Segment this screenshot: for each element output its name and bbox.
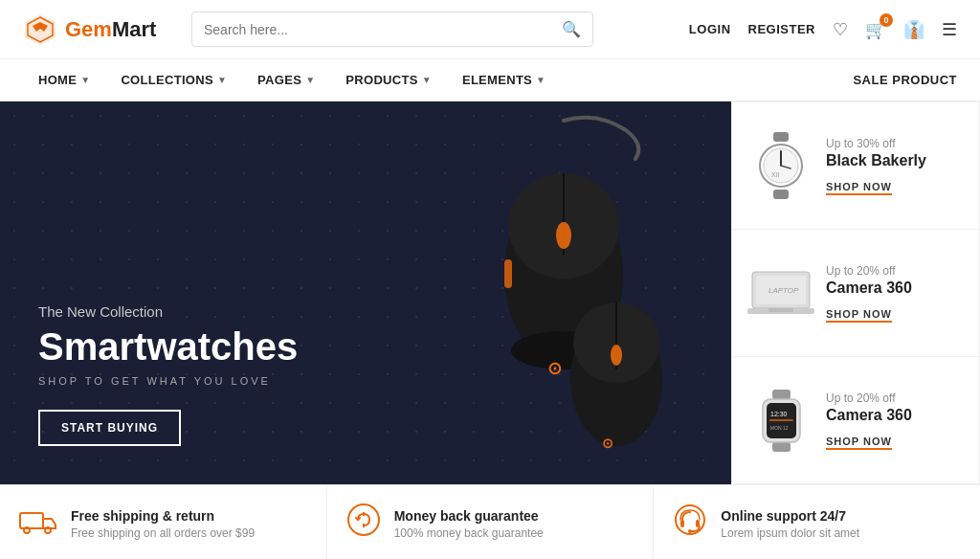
feature-support: Online support 24/7 Lorem ipsum dolor si… (654, 485, 980, 559)
feature-money-desc: 100% money back guarantee (394, 526, 544, 540)
nav-item-home[interactable]: HOME ▼ (23, 59, 105, 101)
support-icon (673, 503, 707, 545)
promo-laptop-name: Camera 360 (826, 280, 964, 297)
promo-watch-shop-btn[interactable]: SHOP NOW (826, 181, 892, 195)
svg-text:MON 12: MON 12 (770, 425, 789, 431)
hero-cta-button[interactable]: START BUYING (38, 410, 181, 446)
svg-point-36 (348, 504, 379, 535)
svg-text:XII: XII (771, 171, 780, 178)
hero-tagline: SHOP TO GET WHAT YOU LOVE (38, 375, 298, 387)
nav-sale-product[interactable]: SALE PRODUCT (853, 73, 957, 87)
header-actions: LOGIN REGISTER ♡ 🛒 0 👔 ☰ (689, 19, 957, 40)
promo-smartwatch-name: Camera 360 (826, 407, 964, 424)
svg-point-34 (24, 527, 30, 533)
svg-rect-31 (769, 419, 793, 421)
promo-laptop-discount: Up to 20% off (826, 264, 964, 278)
hero-content: The New Collection Smartwatches SHOP TO … (38, 303, 298, 446)
hero-banner: ⊙ ⊙ The New Collection Smartwatches SHOP… (0, 101, 731, 484)
search-bar[interactable]: 🔍 (191, 11, 593, 47)
svg-text:LAPTOP: LAPTOP (768, 286, 799, 295)
cart-icon[interactable]: 🛒 0 (865, 19, 886, 40)
mouse-small-image: ⊙ (549, 264, 683, 465)
feature-money: Money back guarantee 100% money back gua… (327, 485, 655, 559)
promo-card-laptop: LAPTOP Up to 20% off Camera 360 SHOP NOW (731, 230, 980, 357)
svg-rect-33 (20, 513, 43, 528)
logo[interactable]: GemMart (23, 12, 176, 47)
hero-subtitle: The New Collection (38, 303, 298, 320)
svg-rect-14 (773, 132, 789, 142)
chevron-down-icon: ▼ (422, 75, 432, 85)
features-bar: Free shipping & return Free shipping on … (0, 484, 980, 559)
promo-card-watch: XII Up to 30% off Black Bakerly SHOP NOW (731, 101, 980, 230)
svg-text:12:30: 12:30 (770, 411, 788, 417)
login-link[interactable]: LOGIN (689, 22, 731, 36)
promo-laptop-shop-btn[interactable]: SHOP NOW (826, 308, 892, 323)
feature-shipping-title: Free shipping & return (71, 508, 255, 524)
chevron-down-icon: ▼ (80, 75, 90, 85)
svg-rect-15 (773, 190, 789, 199)
search-icon[interactable]: 🔍 (562, 20, 581, 38)
promo-watch-info: Up to 30% off Black Bakerly SHOP NOW (826, 137, 964, 195)
promo-smartwatch-shop-btn[interactable]: SHOP NOW (826, 436, 892, 450)
promo-watch-name: Black Bakerly (826, 152, 964, 169)
svg-marker-0 (25, 14, 56, 45)
promo-watch-discount: Up to 30% off (826, 137, 964, 150)
menu-icon[interactable]: ☰ (942, 19, 957, 40)
nav-item-products[interactable]: PRODUCTS ▼ (330, 59, 447, 101)
hero-product-images: ⊙ ⊙ (339, 101, 702, 484)
hero-section: ⊙ ⊙ The New Collection Smartwatches SHOP… (0, 101, 980, 484)
svg-rect-25 (768, 308, 793, 312)
feature-money-text: Money back guarantee 100% money back gua… (394, 508, 544, 540)
promo-laptop-image: LAPTOP (747, 259, 814, 326)
hero-sidebar: XII Up to 30% off Black Bakerly SHOP NOW… (731, 101, 980, 484)
register-link[interactable]: REGISTER (748, 22, 815, 36)
logo-icon (23, 12, 57, 47)
svg-point-5 (556, 222, 571, 249)
feature-shipping-desc: Free shipping on all orders over $99 (71, 526, 255, 540)
nav-item-pages[interactable]: PAGES ▼ (242, 59, 330, 101)
promo-card-smartwatch: 12:30 MON 12 Up to 20% off Camera 360 SH… (731, 357, 980, 484)
svg-rect-27 (772, 442, 791, 452)
promo-smartwatch-info: Up to 20% off Camera 360 SHOP NOW (826, 391, 964, 450)
promo-watch-image: XII (747, 132, 814, 199)
svg-text:⊙: ⊙ (602, 436, 613, 451)
chevron-down-icon: ▼ (217, 75, 227, 85)
promo-smartwatch-discount: Up to 20% off (826, 391, 964, 405)
chevron-down-icon: ▼ (305, 75, 315, 85)
nav-item-collections[interactable]: COLLECTIONS ▼ (105, 59, 242, 101)
cart-badge: 0 (880, 13, 893, 27)
feature-support-title: Online support 24/7 (721, 508, 859, 524)
logo-text: GemMart (65, 17, 156, 42)
money-back-icon (346, 503, 381, 545)
feature-support-text: Online support 24/7 Lorem ipsum dolor si… (721, 508, 859, 540)
main-nav: HOME ▼ COLLECTIONS ▼ PAGES ▼ PRODUCTS ▼ … (0, 59, 980, 101)
search-input[interactable] (204, 22, 562, 37)
hero-title: Smartwatches (38, 325, 298, 368)
svg-point-12 (611, 345, 622, 366)
feature-shipping-text: Free shipping & return Free shipping on … (71, 508, 255, 540)
chevron-down-icon: ▼ (536, 75, 546, 85)
feature-money-title: Money back guarantee (394, 508, 544, 524)
svg-rect-6 (504, 259, 512, 288)
wishlist-icon[interactable]: ♡ (833, 19, 848, 40)
promo-smartwatch-image: 12:30 MON 12 (747, 387, 814, 454)
svg-rect-40 (680, 520, 684, 527)
promo-laptop-info: Up to 20% off Camera 360 SHOP NOW (826, 264, 964, 323)
feature-shipping: Free shipping & return Free shipping on … (0, 485, 327, 559)
feature-support-desc: Lorem ipsum dolor sit amet (721, 526, 859, 540)
nav-item-elements[interactable]: ELEMENTS ▼ (447, 59, 561, 101)
header: GemMart 🔍 LOGIN REGISTER ♡ 🛒 0 👔 ☰ (0, 0, 980, 59)
svg-rect-26 (772, 390, 791, 399)
svg-point-35 (45, 527, 51, 533)
bag-icon[interactable]: 👔 (903, 19, 924, 40)
truck-icon (19, 505, 57, 542)
svg-point-42 (688, 529, 692, 533)
